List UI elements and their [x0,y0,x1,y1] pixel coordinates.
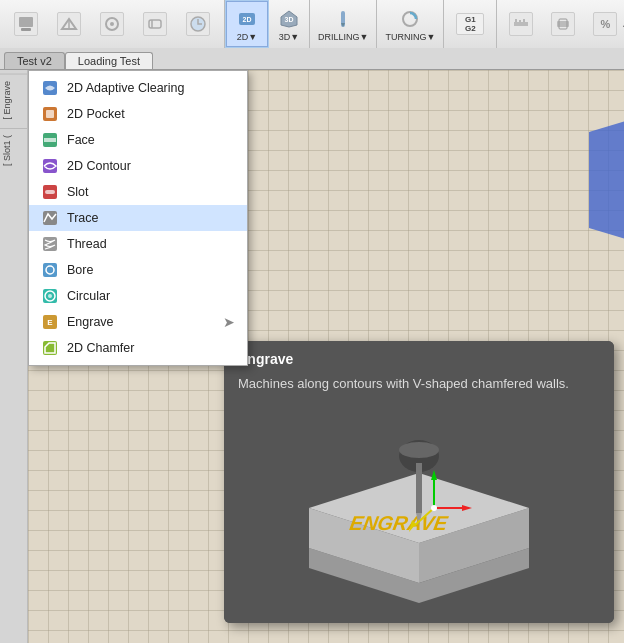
svg-point-35 [48,294,52,298]
drilling-label: DRILLING▼ [318,32,368,42]
engrave-icon: E [41,313,59,331]
svg-point-56 [431,505,437,511]
adaptive-clearing-icon [41,79,59,97]
menu-item-slot[interactable]: Slot [29,179,247,205]
svg-point-4 [110,22,114,26]
menu-item-2d-chamfer-label: 2D Chamfer [67,341,134,355]
menu-item-trace-label: Trace [67,211,99,225]
side-panel: [ Engrave [ Slot1 ( [0,70,28,643]
svg-rect-48 [416,463,422,513]
popup-description: Machines along contours with V-shaped ch… [224,371,614,403]
toolbar-ruler-btn[interactable] [501,1,541,47]
2d-pocket-icon [41,105,59,123]
toolbar-more-icons: % [497,0,624,48]
toolbar-percent-btn[interactable]: % [585,1,624,47]
toolbar-2d-section: 2D 2D▼ [225,0,269,48]
tab-strip: Test v2 Loading Test [0,48,624,70]
svg-text:ENGRAVE: ENGRAVE [348,512,450,534]
2d-chamfer-icon [41,339,59,357]
turning-label: TURNING▼ [385,32,435,42]
canvas-area: 2D Adaptive Clearing 2D Pocket Face 2D C… [28,70,624,643]
side-label-slot1[interactable]: [ Slot1 ( [0,128,27,172]
3d-dropdown-btn[interactable]: 3D 3D▼ [269,1,309,47]
2d-dropdown-menu: 2D Adaptive Clearing 2D Pocket Face 2D C… [28,70,248,366]
turning-dropdown-btn[interactable]: TURNING▼ [377,1,443,47]
3d-label: 3D▼ [279,32,299,42]
svg-text:2D: 2D [243,16,252,23]
menu-item-thread-label: Thread [67,237,107,251]
svg-rect-0 [19,17,33,27]
engrave-info-popup: Engrave Machines along contours with V-s… [224,341,614,623]
engrave-arrow: ➤ [223,314,235,330]
blue-shape-decoration [589,120,624,240]
engrave-illustration: ENGRAVE [249,408,589,618]
svg-rect-15 [514,22,528,26]
toolbar-drilling-section: DRILLING▼ [310,0,377,48]
drilling-dropdown-btn[interactable]: DRILLING▼ [310,1,376,47]
menu-item-bore-label: Bore [67,263,93,277]
toolbar-3d-section: 3D 3D▼ [269,0,310,48]
toolbar-icon-group [0,0,225,48]
menu-item-trace[interactable]: Trace [29,205,247,231]
slot-icon [41,183,59,201]
circular-icon [41,287,59,305]
2d-label: 2D▼ [237,32,257,42]
svg-rect-1 [21,28,31,31]
menu-item-2d-contour-label: 2D Contour [67,159,131,173]
menu-item-adaptive-clearing-label: 2D Adaptive Clearing [67,81,184,95]
toolbar-icon-btn-2[interactable] [49,1,89,47]
menu-item-2d-pocket-label: 2D Pocket [67,107,125,121]
svg-point-47 [399,442,439,458]
toolbar: 2D 2D▼ 3D 3D▼ DRILL [0,0,624,48]
menu-item-2d-pocket[interactable]: 2D Pocket [29,101,247,127]
tab-test-v2[interactable]: Test v2 [4,52,65,69]
main-area: [ Engrave [ Slot1 ( 2D Adaptive Clearing… [0,70,624,643]
svg-text:3D: 3D [285,16,294,23]
popup-title: Engrave [224,341,614,371]
popup-image: ENGRAVE [224,403,614,623]
menu-item-adaptive-clearing[interactable]: 2D Adaptive Clearing [29,75,247,101]
menu-item-thread[interactable]: Thread [29,231,247,257]
toolbar-gear-btn[interactable] [543,1,583,47]
2d-dropdown-btn[interactable]: 2D 2D▼ [226,1,268,47]
trace-icon [41,209,59,227]
toolbar-g1g2-section: G1 G2 [444,0,497,48]
svg-rect-26 [43,159,57,173]
g1g2-btn[interactable]: G1 G2 [448,1,492,47]
menu-item-engrave[interactable]: E Engrave ➤ [29,309,247,335]
bore-icon [41,261,59,279]
svg-rect-31 [43,263,57,277]
svg-rect-25 [44,138,56,142]
menu-item-face-label: Face [67,133,95,147]
toolbar-icon-btn-5[interactable] [178,1,218,47]
svg-rect-5 [149,20,161,28]
toolbar-icon-btn-3[interactable] [92,1,132,47]
menu-item-face[interactable]: Face [29,127,247,153]
svg-rect-28 [45,190,55,194]
menu-item-2d-chamfer[interactable]: 2D Chamfer [29,335,247,361]
svg-rect-23 [46,110,54,118]
svg-marker-51 [431,470,437,480]
2d-contour-icon [41,157,59,175]
svg-rect-29 [43,211,57,225]
menu-item-bore[interactable]: Bore [29,257,247,283]
tab-loading-test[interactable]: Loading Test [65,52,153,69]
toolbar-turning-section: TURNING▼ [377,0,444,48]
menu-item-engrave-label: Engrave [67,315,114,329]
toolbar-icon-btn-4[interactable] [135,1,175,47]
thread-icon [41,235,59,253]
toolbar-icon-btn-1[interactable] [6,1,46,47]
menu-item-circular[interactable]: Circular [29,283,247,309]
side-label-engrave[interactable]: [ Engrave [0,74,27,126]
svg-text:E: E [47,318,53,327]
menu-item-2d-contour[interactable]: 2D Contour [29,153,247,179]
menu-item-slot-label: Slot [67,185,89,199]
menu-item-circular-label: Circular [67,289,110,303]
face-icon [41,131,59,149]
